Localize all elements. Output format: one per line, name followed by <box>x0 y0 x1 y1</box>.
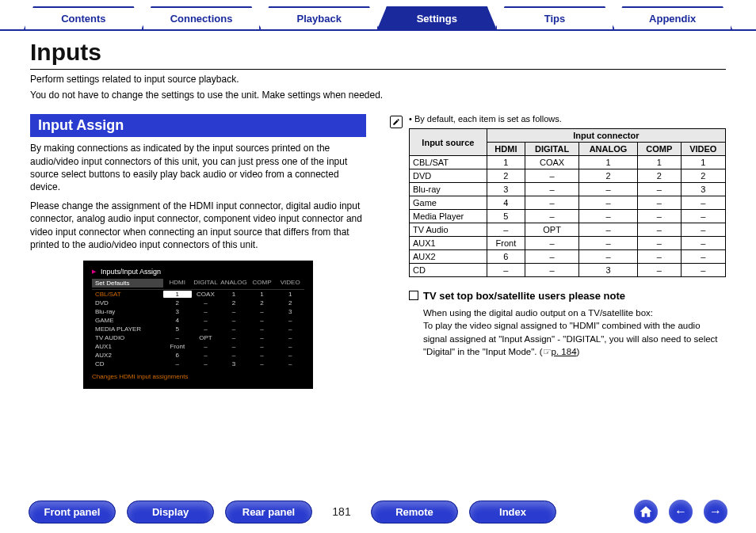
td-cell: – <box>525 250 579 264</box>
osd-head-setdefaults: Set Defaults <box>92 279 163 287</box>
td-cell: – <box>579 250 638 264</box>
osd-title: Inputs/Input Assign <box>92 268 304 276</box>
td-cell: 3 <box>579 264 638 277</box>
tab-connections[interactable]: Connections <box>142 6 262 29</box>
osd-row: AUX1Front–––– <box>92 342 304 351</box>
osd-head-digital: DIGITAL <box>192 279 220 287</box>
page-number: 181 <box>323 505 360 518</box>
th-col: COMP <box>637 143 681 156</box>
osd-cell: 2 <box>276 299 304 306</box>
osd-row-label: MEDIA PLAYER <box>92 326 163 333</box>
td-cell: – <box>579 183 638 196</box>
table-row: TV Audio–OPT––– <box>410 223 726 237</box>
td-cell: 2 <box>681 169 725 183</box>
osd-cell: – <box>163 334 192 341</box>
nav-front-panel[interactable]: Front panel <box>29 501 116 523</box>
td-cell: – <box>681 196 725 210</box>
osd-screenshot: Inputs/Input Assign Set Defaults HDMI DI… <box>83 261 313 389</box>
td-cell: – <box>487 264 525 277</box>
td-cell: – <box>525 169 579 183</box>
tab-settings[interactable]: Settings <box>377 6 497 29</box>
td-source: DVD <box>410 169 487 183</box>
tv-note-line-2: To play the video signal assigned to "HD… <box>423 319 726 357</box>
table-row: AUX1Front–––– <box>410 237 726 250</box>
osd-head-comp: COMP <box>248 279 277 287</box>
th-input-connector: Input connector <box>487 129 725 143</box>
osd-cell: – <box>276 317 304 324</box>
tab-tips[interactable]: Tips <box>495 6 615 29</box>
td-cell: 1 <box>579 156 638 169</box>
td-source: CBL/SAT <box>410 156 487 169</box>
table-row: CD––3–– <box>410 264 726 277</box>
tab-appendix[interactable]: Appendix <box>613 6 732 29</box>
osd-cell: 1 <box>248 291 277 298</box>
td-cell: – <box>579 237 638 250</box>
th-col: VIDEO <box>681 143 725 156</box>
td-cell: 3 <box>487 183 525 196</box>
next-page-button[interactable]: → <box>704 500 727 523</box>
osd-cell: – <box>248 308 277 315</box>
td-source: AUX1 <box>410 237 487 250</box>
assign-table: Input source Input connector HDMIDIGITAL… <box>409 128 726 277</box>
pencil-icon <box>390 116 403 128</box>
osd-cell: 3 <box>220 360 248 367</box>
osd-cell: – <box>220 326 248 333</box>
table-row: Media Player5–––– <box>410 210 726 223</box>
osd-head-analog: ANALOG <box>220 279 248 287</box>
td-cell: – <box>525 183 579 196</box>
left-paragraph-2: Please change the assignment of the HDMI… <box>30 200 366 251</box>
osd-row: AUX26–––– <box>92 351 304 360</box>
home-button[interactable] <box>634 500 658 523</box>
nav-index[interactable]: Index <box>469 501 556 523</box>
td-cell: – <box>579 223 638 237</box>
osd-cell: – <box>192 343 220 350</box>
top-tab-row: Contents Connections Playback Settings T… <box>0 0 756 31</box>
td-source: Blu-ray <box>410 183 487 196</box>
td-cell: Front <box>487 237 525 250</box>
osd-cell: 2 <box>220 299 248 306</box>
table-row: Blu-ray3–––3 <box>410 183 726 196</box>
td-cell: – <box>681 264 725 277</box>
osd-cell: 3 <box>276 308 304 315</box>
osd-header-row: Set Defaults HDMI DIGITAL ANALOG COMP VI… <box>92 279 304 290</box>
intro-line-2: You do not have to change the settings t… <box>30 89 726 101</box>
osd-cell: – <box>248 352 277 359</box>
osd-cell: – <box>192 308 220 315</box>
td-cell: OPT <box>525 223 579 237</box>
osd-cell: COAX <box>192 291 220 298</box>
osd-cell: 5 <box>163 326 192 333</box>
td-source: TV Audio <box>410 223 487 237</box>
bottom-nav: Front panel Display Rear panel 181 Remot… <box>0 500 756 523</box>
osd-cell: – <box>220 308 248 315</box>
osd-cell: – <box>220 317 248 324</box>
th-col: DIGITAL <box>525 143 579 156</box>
osd-row-label: Blu-ray <box>92 308 163 315</box>
td-cell: COAX <box>525 156 579 169</box>
osd-cell: 3 <box>163 308 192 315</box>
page-ref-link[interactable]: p. 184 <box>552 347 577 356</box>
osd-cell: – <box>276 352 304 359</box>
nav-remote[interactable]: Remote <box>371 501 458 523</box>
tv-note-title: TV set top box/satellite users please no… <box>423 290 625 302</box>
td-cell: – <box>637 250 681 264</box>
td-source: Media Player <box>410 210 487 223</box>
osd-cell: 2 <box>248 299 277 306</box>
tab-contents[interactable]: Contents <box>24 6 143 29</box>
section-title-input-assign: Input Assign <box>30 114 366 137</box>
intro-block: Perform settings related to input source… <box>30 73 726 101</box>
tab-playback[interactable]: Playback <box>259 6 379 29</box>
left-column: Input Assign By making connections as in… <box>30 114 366 389</box>
nav-display[interactable]: Display <box>127 501 214 523</box>
osd-cell: OPT <box>192 334 220 341</box>
nav-rear-panel[interactable]: Rear panel <box>225 501 312 523</box>
default-note: By default, each item is set as follows. <box>409 114 726 124</box>
osd-cell: Front <box>163 343 192 350</box>
td-cell: – <box>579 196 638 210</box>
osd-row-label: CD <box>92 360 163 367</box>
osd-row-label: DVD <box>92 299 163 306</box>
td-cell: 2 <box>487 169 525 183</box>
td-cell: 2 <box>579 169 638 183</box>
prev-page-button[interactable]: ← <box>669 500 693 523</box>
td-cell: – <box>637 264 681 277</box>
osd-cell: 2 <box>163 299 192 306</box>
